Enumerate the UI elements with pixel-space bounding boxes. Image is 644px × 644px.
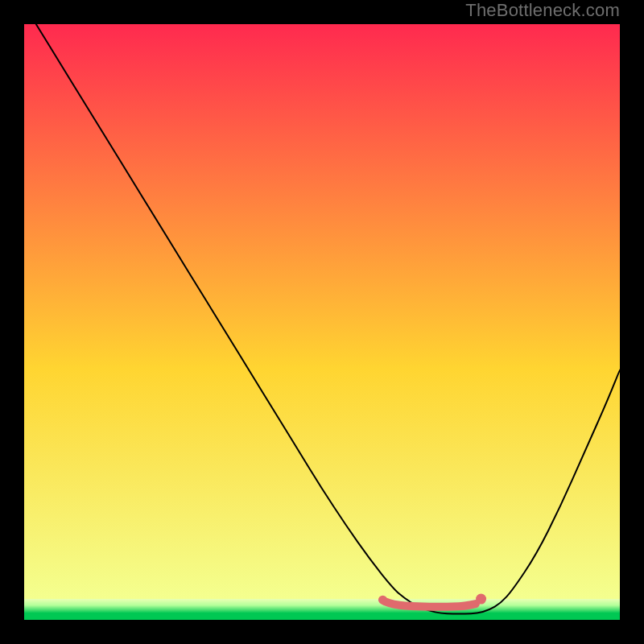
watermark: TheBottleneck.com — [465, 0, 620, 21]
marker-dot-start — [378, 596, 387, 605]
marker-segment — [385, 601, 476, 607]
curve-layer — [24, 24, 620, 620]
bottleneck-curve — [36, 24, 620, 614]
marker-dot-end — [476, 594, 486, 605]
plot-area — [24, 24, 620, 620]
